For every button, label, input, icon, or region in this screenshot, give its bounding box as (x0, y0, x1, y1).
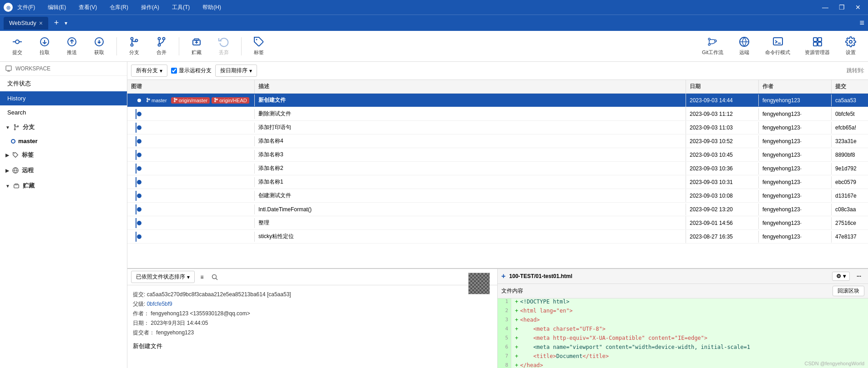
stash-collapse-icon: ▼ (5, 184, 10, 189)
author-line: 作者： fengyehong123 <1355930128@qq.com> (133, 310, 492, 318)
menu-action[interactable]: 操作(A) (138, 2, 162, 13)
pull-button[interactable]: 拉取 (33, 34, 56, 59)
branch-group-header[interactable]: ▼ 分支 (0, 119, 127, 135)
author-col-1: fengyehong123 (759, 94, 832, 106)
sidebar-branch-master[interactable]: master (0, 135, 127, 147)
parent-label: 父级: (133, 301, 145, 307)
diff-plus-4: + (515, 326, 520, 332)
show-remote-checkbox-label[interactable]: 显示远程分支 (171, 67, 212, 75)
tag-group-header[interactable]: ▶ 标签 (0, 147, 127, 163)
graph-col-2 (127, 109, 255, 119)
sidebar-item-file-status[interactable]: 文件状态 (0, 76, 127, 91)
desc-col-9: Intl.DateTimeFormat() (255, 204, 686, 215)
diff-plus-7: + (515, 353, 520, 359)
history-row-5[interactable]: 添加名称32023-09-03 10:45fengyehong123·8890b… (127, 148, 868, 162)
graph-col-11 (127, 232, 255, 242)
graph-col-10 (127, 218, 255, 228)
tab-dropdown[interactable]: ▾ (65, 20, 67, 26)
menu-file[interactable]: 文件(F) (15, 2, 38, 13)
show-remote-checkbox[interactable] (171, 68, 177, 74)
menu-repo[interactable]: 仓库(R) (107, 2, 131, 13)
toolbar-right: Git工作流 远端 命令行模式 资源管理器 设置 (696, 34, 863, 59)
history-row-6[interactable]: 添加名称22023-09-03 10:36fengyehong123·9e1d7… (127, 162, 868, 175)
parent-hash-link[interactable]: 0bfcfe5bf9 (147, 301, 172, 307)
commit-dot-1 (136, 98, 142, 103)
commit-message: 新创建文件 (133, 342, 492, 350)
branch-filter-dropdown[interactable]: 所有分支 ▾ (131, 65, 167, 77)
maximize-button[interactable]: ❐ (835, 1, 848, 14)
explorer-button[interactable]: 资源管理器 (799, 34, 835, 59)
history-row-11[interactable]: sticky粘性定位2023-08-27 16:35fengyehong123·… (127, 230, 868, 244)
detail-search-button[interactable] (209, 272, 220, 283)
file-diff-more-button[interactable]: ··· (853, 271, 864, 282)
menu-edit[interactable]: 编辑(E) (45, 2, 69, 13)
history-row-2[interactable]: 删除测试文件2023-09-03 11:12fengyehong123·0bfc… (127, 107, 868, 121)
merge-button[interactable]: 合并 (150, 34, 173, 59)
commit-dot-10 (137, 221, 141, 225)
history-row-1[interactable]: masterorigin/masterorigin/HEAD新创建文件2023-… (127, 94, 868, 107)
git-flow-button[interactable]: Git工作流 (696, 34, 729, 59)
stash-group-header[interactable]: ▼ 贮藏 (0, 178, 127, 194)
settings-button[interactable]: 设置 (839, 34, 863, 59)
sidebar-item-search[interactable]: Search (0, 105, 127, 119)
branch-button[interactable]: 分支 (122, 34, 146, 59)
svg-point-55 (215, 98, 216, 99)
menu-tool[interactable]: 工具(T) (169, 2, 192, 13)
author-col-11: fengyehong123· (759, 231, 832, 243)
tag-group-icon (12, 151, 19, 159)
history-row-10[interactable]: 整理2023-09-01 14:56fengyehong123·27516ce (127, 216, 868, 230)
svg-point-59 (212, 274, 217, 278)
tag-group-label: 标签 (22, 151, 34, 159)
rollback-button[interactable]: 回滚区块 (833, 286, 864, 296)
stash-button[interactable]: 贮藏 (185, 34, 208, 59)
content-area: 所有分支 ▾ 显示远程分支 按日期排序 ▾ 跳转到: 图谱 描述 日期 作者 提… (127, 62, 868, 368)
stash-group-icon (13, 182, 20, 189)
history-row-8[interactable]: 创建测试文件2023-09-03 10:08fengyehong123·d131… (127, 189, 868, 203)
tag-button[interactable]: 标签 (247, 34, 271, 59)
branch-group-icon (13, 124, 20, 131)
date-col-2: 2023-09-03 11:12 (686, 108, 759, 120)
push-label: 推送 (67, 49, 77, 56)
close-button[interactable]: ✕ (852, 1, 864, 14)
history-row-4[interactable]: 添加名称42023-09-03 10:52fengyehong123·323a3… (127, 134, 868, 148)
sidebar-toggle-button[interactable]: ≡ (859, 18, 864, 28)
settings-icon (845, 36, 856, 47)
svg-rect-33 (818, 42, 822, 46)
merge-label: 合并 (156, 49, 167, 56)
sidebar-item-history[interactable]: History (0, 91, 127, 105)
minimize-button[interactable]: — (819, 1, 832, 14)
fetch-icon (94, 36, 105, 47)
author-col-5: fengyehong123· (759, 149, 832, 161)
staging-settings-dropdown[interactable]: ⚙ ▾ (832, 272, 850, 281)
history-row-9[interactable]: Intl.DateTimeFormat()2023-09-02 13:20fen… (127, 203, 868, 216)
stash-group-label: 贮藏 (23, 182, 35, 190)
commit-button[interactable]: 提交 (5, 34, 29, 59)
fetch-label: 获取 (94, 49, 104, 56)
push-button[interactable]: 推送 (60, 34, 84, 59)
terminal-button[interactable]: 命令行模式 (760, 34, 796, 59)
sort-dropdown[interactable]: 按日期排序 ▾ (215, 65, 257, 77)
history-row-7[interactable]: 添加名称12023-09-03 10:31fengyehong123·ebc05… (127, 175, 868, 189)
commit-dot-9 (137, 207, 141, 212)
history-row-3[interactable]: 添加打印语句2023-09-03 11:03fengyehong123·efcb… (127, 121, 868, 134)
date-col-4: 2023-09-03 10:52 (686, 135, 759, 147)
author-col-2: fengyehong123· (759, 108, 832, 120)
commit-col-3: efcb65a! (832, 122, 868, 134)
commit-label: 提交 (12, 49, 22, 56)
detail-search-icon (212, 274, 218, 280)
remote-group-header[interactable]: ▶ 远程 (0, 163, 127, 178)
tab-webstudy[interactable]: WebStudy × (4, 17, 48, 30)
remote-button[interactable]: 远端 (732, 34, 756, 59)
add-tab-button[interactable]: + (50, 17, 63, 30)
menu-view[interactable]: 查看(V) (76, 2, 100, 13)
commit-label: 提交: (133, 291, 145, 298)
list-view-button[interactable]: ≡ (197, 272, 207, 283)
svg-rect-31 (818, 38, 822, 41)
staging-sort-dropdown[interactable]: 已依照文件状态排序 ▾ (131, 271, 195, 283)
menu-help[interactable]: 帮助(H) (200, 2, 224, 13)
tab-close-icon[interactable]: × (39, 20, 43, 27)
commit-icon (12, 36, 23, 47)
author-col-3: fengyehong123· (759, 122, 832, 134)
jump-to-label: 跳转到: (847, 67, 864, 75)
fetch-button[interactable]: 获取 (87, 34, 111, 59)
